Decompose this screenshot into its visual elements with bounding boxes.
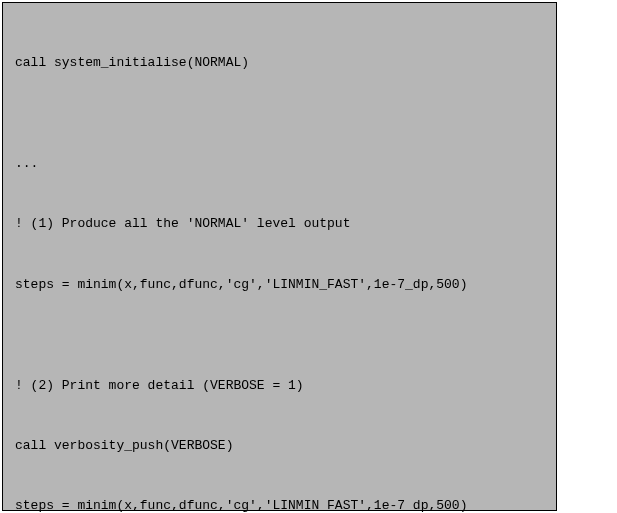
- code-line: ! (1) Produce all the 'NORMAL' level out…: [15, 214, 544, 234]
- code-line: ...: [15, 154, 544, 174]
- code-line: steps = minim(x,func,dfunc,'cg','LINMIN_…: [15, 496, 544, 513]
- code-line: ! (2) Print more detail (VERBOSE = 1): [15, 376, 544, 396]
- code-listing: call system_initialise(NORMAL) ... ! (1)…: [2, 2, 557, 511]
- code-line: call system_initialise(NORMAL): [15, 53, 544, 73]
- code-line: call verbosity_push(VERBOSE): [15, 436, 544, 456]
- code-line: steps = minim(x,func,dfunc,'cg','LINMIN_…: [15, 275, 544, 295]
